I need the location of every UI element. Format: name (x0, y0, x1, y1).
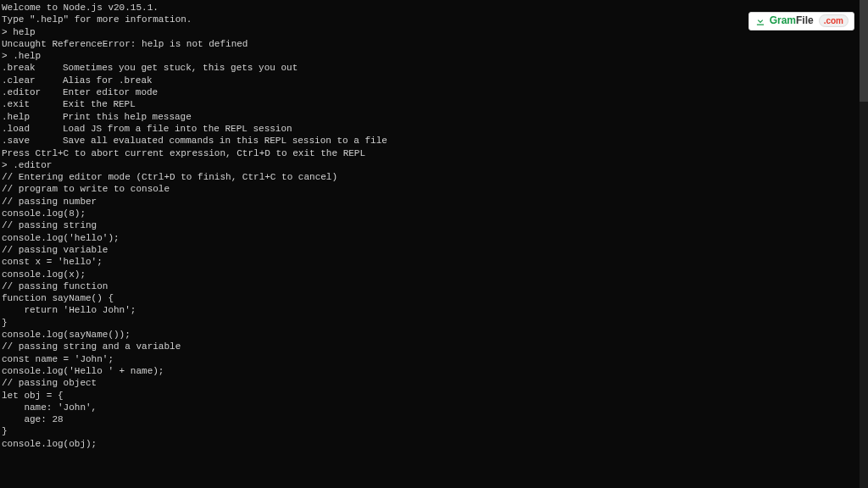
scrollbar-thumb[interactable] (860, 0, 868, 102)
help-desc: Load JS from a file into the REPL sessio… (63, 124, 292, 134)
code-line-30: } (2, 425, 865, 437)
code-line-7: console.log(8); (2, 208, 865, 219)
help-cmd: .clear (2, 75, 63, 86)
help-cmd: .help (2, 111, 63, 123)
help-line-clear: .clearAlias for .break (2, 75, 865, 86)
code-line-16: // passing function (2, 280, 865, 292)
code-line-22: // passing string and a variable (2, 341, 865, 352)
help-line-help: .helpPrint this help message (2, 111, 865, 123)
help-cmd: .load (2, 123, 63, 135)
code-line-1: Press Ctrl+C to abort current expression… (2, 147, 865, 159)
terminal-line-3: Uncaught ReferenceError: help is not def… (2, 38, 865, 50)
help-desc: Sometimes you get stuck, this gets you o… (63, 63, 298, 73)
help-desc: Print this help message (63, 112, 192, 122)
code-line-13: const x = 'hello'; (2, 256, 865, 268)
download-icon (754, 15, 766, 27)
help-desc: Enter editor mode (63, 87, 158, 97)
help-cmd: .save (2, 135, 63, 147)
badge-part1: Gram (770, 14, 796, 26)
badge-text: GramFile (770, 14, 814, 28)
terminal-line-4: > .help (2, 50, 865, 62)
scrollbar[interactable] (860, 0, 868, 488)
code-line-12: // passing variable (2, 244, 865, 256)
code-line-6: // passing number (2, 196, 865, 208)
code-line-18: return 'Hello John'; (2, 304, 865, 316)
help-desc: Exit the REPL (63, 99, 136, 109)
code-line-23: const name = 'John'; (2, 353, 865, 365)
help-line-editor: .editorEnter editor mode (2, 86, 865, 98)
code-line-20: console.log(sayName()); (2, 329, 865, 341)
code-line-24: console.log('Hello ' + name); (2, 365, 865, 377)
code-line-3: // Entering editor mode (Ctrl+D to finis… (2, 171, 865, 183)
badge-dotcom: .com (819, 14, 849, 27)
code-line-4: // program to write to console (2, 183, 865, 195)
code-line-28: name: 'John', (2, 402, 865, 413)
code-line-2: > .editor (2, 159, 865, 171)
code-line-29: age: 28 (2, 413, 865, 425)
code-line-10: console.log('hello'); (2, 232, 865, 244)
code-line-14: console.log(x); (2, 269, 865, 280)
terminal-line-0: Welcome to Node.js v20.15.1. (2, 2, 865, 14)
code-line-26: // passing object (2, 377, 865, 389)
help-cmd: .exit (2, 98, 63, 110)
code-line-17: function sayName() { (2, 292, 865, 304)
help-desc: Alias for .break (63, 75, 153, 86)
help-cmd: .break (2, 62, 63, 74)
help-line-exit: .exitExit the REPL (2, 98, 865, 110)
watermark-badge: GramFile .com (748, 12, 854, 30)
help-desc: Save all evaluated commands in this REPL… (63, 136, 387, 146)
badge-part2: File (796, 14, 814, 26)
code-line-31: console.log(obj); (2, 438, 865, 450)
code-line-19: } (2, 317, 865, 329)
code-line-9: // passing string (2, 219, 865, 231)
terminal-line-1: Type ".help" for more information. (2, 14, 865, 25)
help-line-break: .breakSometimes you get stuck, this gets… (2, 62, 865, 74)
help-cmd: .editor (2, 86, 63, 98)
terminal-line-2: > help (2, 26, 865, 38)
help-line-save: .saveSave all evaluated commands in this… (2, 135, 865, 147)
terminal-output[interactable]: Welcome to Node.js v20.15.1.Type ".help"… (0, 0, 868, 452)
code-line-27: let obj = { (2, 390, 865, 402)
help-line-load: .loadLoad JS from a file into the REPL s… (2, 123, 865, 135)
